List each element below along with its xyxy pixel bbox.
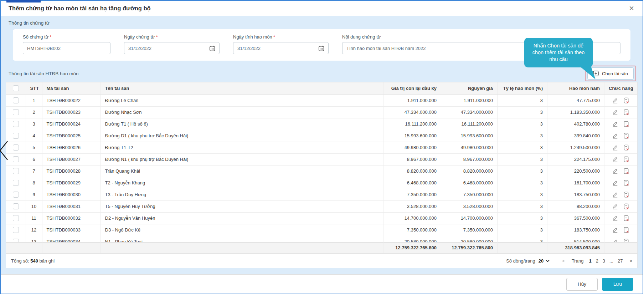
row-stt: 6	[26, 153, 42, 165]
remove-row-icon[interactable]	[623, 97, 629, 104]
page-number-button[interactable]: 27	[617, 258, 623, 264]
edit-row-icon[interactable]	[612, 168, 618, 174]
yearly-depreciation: 220.500.000	[547, 165, 604, 177]
yearly-depreciation: 224.175.000	[547, 153, 604, 165]
prev-page-button[interactable]: <	[562, 258, 565, 264]
edit-row-icon[interactable]	[612, 239, 618, 242]
asset-code: TSHTĐB000027	[42, 153, 101, 165]
totals-row: 12.759.322.765.800 12.759.322.765.800 31…	[6, 243, 637, 253]
edit-row-icon[interactable]	[612, 109, 618, 115]
save-button[interactable]: Lưu	[602, 278, 633, 291]
remove-row-icon[interactable]	[623, 168, 629, 174]
yearly-depreciation: 161.700.000	[547, 177, 604, 189]
row-checkbox[interactable]	[13, 109, 19, 115]
row-checkbox[interactable]	[13, 215, 19, 221]
depreciation-rate: 3	[498, 142, 547, 153]
next-page-button[interactable]: >	[629, 258, 632, 264]
page-number-button[interactable]: 2	[595, 258, 599, 264]
remove-row-icon[interactable]	[623, 156, 629, 163]
page-number-button[interactable]: 1	[588, 258, 592, 264]
calendar-icon[interactable]	[209, 45, 215, 51]
row-checkbox[interactable]	[13, 121, 19, 127]
voucher-number-input[interactable]	[27, 46, 106, 51]
table-row: 12TSHTĐB000033D3 - Ngô Đức Kế7.350.000.0…	[6, 224, 637, 236]
table-row: 4TSHTĐB000025Đường D1 ( khu phụ trợ Bắc …	[6, 130, 637, 142]
asset-code: TSHTĐB000029	[42, 177, 101, 189]
asset-name: Đường Nhạc Sơn	[101, 106, 383, 118]
edit-row-icon[interactable]	[612, 121, 618, 127]
yearly-depreciation: 183.750.000	[547, 224, 604, 236]
remove-row-icon[interactable]	[623, 144, 629, 151]
header-actions: Chức năng	[604, 82, 637, 95]
depreciation-rate: 3	[498, 177, 547, 189]
remove-row-icon[interactable]	[623, 133, 629, 139]
remove-row-icon[interactable]	[623, 239, 629, 243]
row-checkbox[interactable]	[13, 144, 19, 151]
yearly-depreciation: 1.183.350.000	[547, 106, 604, 118]
page-number-button[interactable]: 3	[602, 258, 606, 264]
depreciation-date-input[interactable]	[237, 46, 315, 51]
select-all-checkbox[interactable]	[13, 85, 19, 91]
close-icon[interactable]: ×	[629, 4, 634, 12]
edit-row-icon[interactable]	[612, 192, 618, 198]
row-checkbox[interactable]	[13, 239, 19, 242]
edit-row-icon[interactable]	[612, 144, 618, 151]
row-checkbox[interactable]	[13, 180, 19, 186]
remaining-value: 20.580.000.000	[383, 236, 441, 242]
row-checkbox[interactable]	[13, 133, 19, 139]
edit-row-icon[interactable]	[612, 215, 618, 221]
remove-row-icon[interactable]	[623, 121, 629, 127]
row-stt: 11	[26, 212, 42, 224]
assets-table-scroll-area[interactable]: STT Mã tài sản Tên tài sản Giá trị còn l…	[6, 82, 637, 242]
remove-row-icon[interactable]	[623, 203, 629, 210]
rows-per-page-value: 20	[539, 258, 543, 264]
remove-row-icon[interactable]	[623, 109, 629, 116]
row-checkbox[interactable]	[13, 227, 19, 233]
remove-row-icon[interactable]	[623, 227, 629, 233]
depreciation-date-label: Ngày tính hao mòn	[233, 34, 272, 40]
remove-row-icon[interactable]	[623, 215, 629, 222]
edit-row-icon[interactable]	[612, 180, 618, 186]
browser-tab-sliver	[6, 0, 41, 2]
original-cost: 6.468.000.000	[441, 177, 498, 189]
remove-row-icon[interactable]	[623, 180, 629, 186]
original-cost: 20.580.000.000	[441, 236, 498, 242]
table-header-row: STT Mã tài sản Tên tài sản Giá trị còn l…	[6, 82, 637, 95]
total-yearly-depreciation: 318.983.093.845	[547, 243, 604, 253]
row-checkbox[interactable]	[13, 192, 19, 198]
edit-row-icon[interactable]	[612, 97, 618, 103]
cancel-button[interactable]: Hủy	[566, 278, 598, 291]
edit-row-icon[interactable]	[612, 227, 618, 233]
page-numbers: 123...27	[588, 258, 626, 264]
records-count-suffix: bản ghi	[40, 258, 55, 264]
depreciation-rate: 3	[498, 224, 547, 236]
calendar-icon[interactable]	[318, 45, 324, 51]
dialog-body: Thông tin chứng từ Số chứng từ* Ngày chứ…	[1, 16, 643, 274]
edit-row-icon[interactable]	[612, 203, 618, 209]
row-stt: 12	[26, 224, 42, 236]
original-cost: 1.911.000.000	[441, 95, 498, 106]
voucher-number-input-box	[23, 42, 110, 54]
table-row: 2TSHTĐB000023Đường Nhạc Sơn47.334.000.00…	[6, 106, 637, 118]
row-checkbox[interactable]	[13, 203, 19, 209]
remaining-value: 14.700.000.000	[383, 212, 441, 224]
row-checkbox[interactable]	[13, 97, 19, 103]
edit-row-icon[interactable]	[612, 156, 618, 162]
row-checkbox[interactable]	[13, 168, 19, 174]
remove-row-icon[interactable]	[623, 192, 629, 198]
original-cost: 15.993.600.000	[441, 130, 498, 142]
edit-row-icon[interactable]	[612, 133, 618, 139]
original-cost: 47.334.000.000	[441, 106, 498, 118]
rows-per-page-select[interactable]: 20	[539, 258, 550, 264]
asset-name: Đường T1 ( Hồ số 6)	[101, 118, 383, 130]
remaining-value: 1.911.000.000	[383, 95, 441, 106]
voucher-date-input[interactable]	[128, 46, 206, 51]
row-stt: 9	[26, 189, 42, 200]
row-checkbox[interactable]	[13, 156, 19, 162]
original-cost: 3.528.000.000	[441, 200, 498, 212]
asset-code: TSHTĐB000023	[42, 106, 101, 118]
asset-code: TSHTĐB000024	[42, 118, 101, 130]
depreciation-rate: 3	[498, 200, 547, 212]
table-row: 9TSHTĐB000030T3 - Trần Duy Hưng7.350.000…	[6, 189, 637, 200]
header-stt: STT	[26, 82, 42, 95]
